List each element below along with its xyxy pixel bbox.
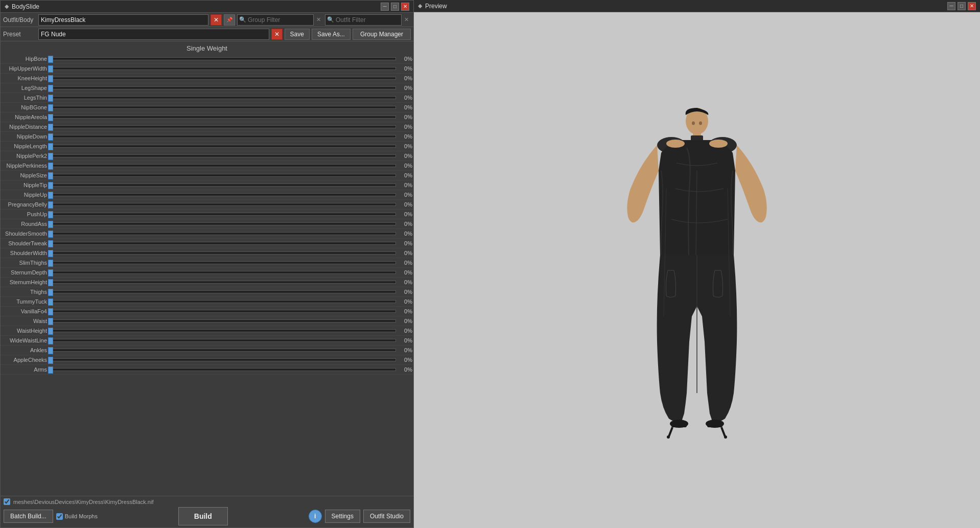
slider-track-30[interactable] [50,349,396,352]
slider-track-1[interactable] [50,67,396,70]
maximize-button[interactable]: □ [391,3,399,11]
slider-track-14[interactable] [50,193,396,196]
outfit-body-combo[interactable]: KimyDressBlack [38,14,208,26]
slider-track-23[interactable] [50,281,396,284]
slider-value-17: 0% [396,221,412,227]
batch-build-button[interactable]: Batch Build... [4,510,53,523]
build-button[interactable]: Build [178,507,228,525]
slider-track-20[interactable] [50,251,396,255]
slider-track-15[interactable] [50,203,396,206]
preview-maximize-button[interactable]: □ [958,2,966,10]
slider-label-29: WideWaistLine [2,337,50,343]
slider-row: SlimThighs 0% [1,258,413,268]
slider-value-16: 0% [396,211,412,217]
slider-track-13[interactable] [50,183,396,187]
slider-row: NipplePerk2 0% [1,151,413,161]
slider-value-28: 0% [396,328,412,334]
slider-label-20: ShoulderWidth [2,250,50,256]
preview-3d-viewport[interactable] [414,12,980,528]
slider-track-21[interactable] [50,261,396,264]
slider-track-10[interactable] [50,154,396,157]
info-button[interactable]: i [309,510,322,523]
slider-row: NipBGone 0% [1,103,413,112]
slider-label-24: Thighs [2,289,50,295]
slider-value-1: 0% [396,65,412,72]
group-filter-input[interactable] [237,14,314,26]
slider-value-20: 0% [396,250,412,256]
slider-row: NippleDown 0% [1,132,413,142]
slider-label-23: SternumHeight [2,279,50,285]
outfit-filter-clear[interactable]: ✕ [402,15,411,25]
minimize-button[interactable]: ─ [381,3,389,11]
slider-row: NippleDistance 0% [1,122,413,132]
preview-close-button[interactable]: ✕ [968,2,976,10]
slider-track-4[interactable] [50,96,396,99]
bodyslide-title-bar: ◆ BodySlide ─ □ ✕ [1,1,413,13]
slider-track-6[interactable] [50,116,396,119]
preview-app-icon: ◆ [418,3,422,9]
slider-value-6: 0% [396,114,412,120]
svg-point-6 [709,140,728,148]
slider-value-3: 0% [396,85,412,91]
slider-row: KneeHeight 0% [1,74,413,83]
slider-value-11: 0% [396,163,412,169]
file-checkbox[interactable] [4,498,10,505]
slider-track-31[interactable] [50,358,396,361]
slider-row: ShoulderSmooth 0% [1,229,413,239]
slider-track-16[interactable] [50,213,396,216]
build-morphs-checkbox[interactable] [56,513,63,520]
slider-row: VanillaFo4 0% [1,307,413,316]
preset-row: Preset FG Nude ✕ Save Save As... Group M… [1,27,413,41]
slider-track-9[interactable] [50,145,396,148]
save-as-button[interactable]: Save As... [312,29,351,40]
group-filter-clear[interactable]: ✕ [314,15,323,25]
slider-track-32[interactable] [50,368,396,371]
slider-track-24[interactable] [50,290,396,293]
close-button[interactable]: ✕ [401,3,409,11]
slider-track-2[interactable] [50,77,396,80]
slider-track-19[interactable] [50,242,396,245]
slider-row: Thighs 0% [1,287,413,297]
outfit-studio-button[interactable]: Outfit Studio [363,510,410,523]
slider-track-22[interactable] [50,271,396,274]
slider-row: Waist 0% [1,316,413,326]
slider-label-27: Waist [2,318,50,324]
slider-track-11[interactable] [50,164,396,167]
slider-track-17[interactable] [50,222,396,225]
slider-label-4: LegsThin [2,95,50,101]
slider-track-0[interactable] [50,57,396,60]
group-manager-button[interactable]: Group Manager [353,29,411,40]
slider-track-3[interactable] [50,86,396,89]
slider-track-8[interactable] [50,135,396,138]
preview-title: Preview [425,3,944,10]
slider-row: NipplePerkiness 0% [1,161,413,171]
slider-value-22: 0% [396,269,412,276]
sliders-container: HipBone 0% HipUpperWidth 0% KneeHeight 0… [1,54,413,496]
bodyslide-title: BodySlide [12,3,378,10]
slider-track-5[interactable] [50,106,396,109]
slider-track-28[interactable] [50,329,396,332]
svg-point-14 [667,435,670,439]
slider-label-6: NippleAreola [2,114,50,120]
slider-track-18[interactable] [50,232,396,235]
outfit-clear-button[interactable]: ✕ [211,14,222,26]
slider-track-27[interactable] [50,319,396,323]
preset-combo[interactable]: FG Nude [38,29,269,40]
section-title: Single Weight [1,41,413,54]
slider-value-12: 0% [396,172,412,178]
slider-row: Arms 0% [1,365,413,375]
slider-track-7[interactable] [50,125,396,128]
preset-clear-button[interactable]: ✕ [271,29,283,40]
slider-track-29[interactable] [50,339,396,342]
preview-minimize-button[interactable]: ─ [947,2,955,10]
outfit-filter-input[interactable] [325,14,402,26]
svg-line-13 [669,427,672,437]
slider-track-25[interactable] [50,300,396,303]
outfit-pin-button[interactable]: 📌 [224,14,235,26]
slider-value-2: 0% [396,75,412,81]
save-button[interactable]: Save [285,29,310,40]
slider-track-26[interactable] [50,310,396,313]
slider-row: ShoulderTweak 0% [1,239,413,248]
slider-track-12[interactable] [50,174,396,177]
settings-button[interactable]: Settings [325,510,360,523]
